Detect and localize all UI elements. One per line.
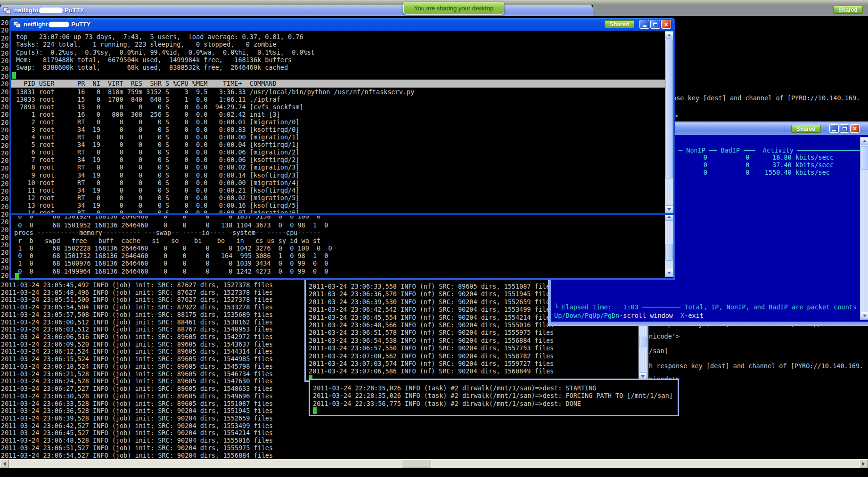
terminal-line: 2011-03-24 23:06:42,527 INFO (job) init:… [1,422,273,430]
terminal-line: 7 root 34 19 0 0 0 S 0 0.0 0:00.06 [ksof… [16,156,414,163]
scroll-down-button[interactable] [665,269,673,277]
terminal-line: 10 root RT 0 0 0 0 S 0 0.0 0:00.00 [migr… [16,179,414,186]
title-prefix: netflight [24,21,48,28]
terminal-line: 2011-03-24 23:07:00,562 INFO (nf) SRC: 9… [309,352,554,360]
minimize-icon [643,25,647,27]
top-summary-lines: top - 23:07:06 up 73 days, 7:43, 5 users… [16,33,315,71]
terminal-line: 2011-03-24 23:06:45,554 INFO (nf) SRC: 9… [309,314,554,321]
terminal-line: 11 root 34 19 0 0 0 S 0 0.0 0:00.21 [kso… [16,186,414,194]
terminal-line: 0 0 68 1499964 168136 2646460 0 0 0 0 12… [14,267,332,275]
terminal-line: 2011-03-24 23:06:00,512 INFO (job) init:… [1,319,273,326]
terminal-line: Tasks: 224 total, 1 running, 223 sleepin… [16,40,315,48]
scrollbar-thumb[interactable] [402,459,431,468]
terminal-line: 2011-03-24 23:06:42,542 INFO (nf) SRC: 9… [309,306,554,313]
scrollbar-thumb[interactable] [665,40,673,178]
terminal-line: 5 root 34 19 0 0 0 S 0 0.0 0:00.04 [ksof… [16,141,414,148]
log-fragment: h response key [dest] and channel of [PY… [649,362,863,370]
terminal-line: 0 0 68 1501952 168136 2646460 0 0 0 138 … [14,221,332,229]
terminal-line: 2011-03-24 23:06:36,570 INFO (nf) SRC: 9… [309,290,554,298]
terminal-line: 2011-03-24 23:05:54,504 INFO (job) init:… [1,304,273,311]
scrollbar-thumb[interactable] [639,337,647,347]
terminal-line: top - 23:07:06 up 73 days, 7:43, 5 users… [16,33,315,40]
terminal-line: 2011-03-24 23:06:09,520 INFO (job) init:… [1,341,273,348]
scroll-up-button[interactable] [665,31,673,39]
clipped-line-wrap: 0 0 68 1501924 168136 2646460 0 0 0 0 18… [14,216,438,220]
terminal-line: procs -----------memory---------- ---swa… [14,229,332,236]
terminal-line: 4 root RT 0 0 0 0 S 0 0.0 0:00.00 [migra… [16,133,414,141]
log-fragment: nicode'> [649,332,680,340]
terminal-line: 0 0 1550.40 kbits/sec [680,169,834,176]
terminal-line: 2011-03-24 23:06:54,527 INFO (job) init:… [1,452,273,460]
active-titlebar[interactable]: netflightPuTTY Shared × [9,18,675,31]
shared-badge-iptraf: Shared [791,125,821,133]
horizontal-scrollbar[interactable] [0,459,868,468]
terminal-line: 2011-03-24 23:06:15,524 INFO (job) init:… [1,356,273,363]
scrollbar-thumb[interactable] [860,146,868,170]
maximize-button[interactable] [840,124,849,133]
log-fragment: /san] [649,347,668,355]
iptraf-scrollbar[interactable] [860,137,868,320]
task-log-lines: 2011-03-24 22:28:35,026 INFO (task) #2 d… [313,384,673,407]
terminal-line: 2011-03-24 23:05:57,508 INFO (job) init:… [1,311,273,319]
scroll-left-button[interactable] [0,459,9,468]
terminal-line: 2011-03-24 23:06:48,566 INFO (nf) SRC: 9… [309,321,554,329]
terminal-line: 13 root 34 19 0 0 0 S 0 0.0 0:00.16 [kso… [16,202,414,209]
scroll-down-button[interactable] [860,312,868,320]
scroll-right-button[interactable] [859,459,868,468]
terminal-line: 2011-03-24 22:28:35,026 INFO (task) #2 d… [313,384,673,392]
terminal-line: 9 root 34 19 0 0 0 S 0 0.0 0:00.14 [ksof… [16,171,414,179]
close-button[interactable]: × [850,124,860,133]
terminal-line: 8 root RT 0 0 0 0 S 0 0.0 0:00.02 [migra… [16,163,414,171]
terminal-line: 2011-03-24 23:07:06,586 INFO (nf) SRC: 9… [309,367,554,375]
putty-icon [3,7,11,16]
sharing-notification: You are sharing your desktop [403,2,504,15]
title-prefix: netflight [14,7,38,14]
title-suffix: PuTTY [71,21,90,28]
terminal-line: Swap: 8388600k total, 68k used, 8388532k… [16,64,315,71]
minimize-button[interactable] [829,124,839,133]
terminal-line: 2011-03-24 23:06:33,558 INFO (nf) SRC: 8… [309,283,554,290]
maximize-icon [653,23,657,26]
task-log-window: 2011-03-24 22:28:35,026 INFO (task) #2 d… [309,379,679,416]
terminal-line: 0 0 68 1501732 168136 2646460 0 0 0 164 … [14,252,332,259]
terminal-line: 0 0 18.80 kbits/secc [680,154,834,161]
terminal-line: 6 root RT 0 0 0 0 S 0 0.0 0:00.06 [migra… [16,148,414,156]
scroll-down-button[interactable] [665,205,673,213]
terminal-line: 2011-03-24 23:06:57,550 INFO (nf) SRC: 9… [309,344,554,352]
vmstat-scrollbar[interactable] [665,213,673,277]
job-log-lines: 2011-03-24 23:05:45,492 INFO (job) init:… [1,282,273,467]
minimize-button[interactable] [639,20,649,29]
right-arrow-icon [862,462,865,466]
scrollbar-thumb[interactable] [665,244,673,261]
terminal-line: 3 root 34 19 0 0 0 S 0 0.0 0:08.83 [ksof… [16,126,414,133]
terminal-line: 2011-03-24 23:07:03,574 INFO (nf) SRC: 9… [309,360,554,367]
up-arrow-icon [863,140,867,142]
top-command-window: netflightPuTTY Shared × top - 23:07:06 u… [9,18,675,215]
terminal-line: 2011-03-24 23:06:51,527 INFO (job) init:… [1,445,273,452]
close-button[interactable]: × [661,20,671,29]
background-window-title: netflightPuTTY [14,7,84,14]
scroll-up-button[interactable] [860,137,868,145]
putty-icon [13,21,21,30]
terminal-line: 2011-03-24 23:06:18,524 INFO (job) init:… [1,363,273,371]
terminal-line: 2011-03-24 23:06:39,530 INFO (nf) SRC: 9… [309,298,554,306]
terminal-line: 2011-03-24 23:06:51,578 INFO (nf) SRC: 9… [309,329,554,336]
terminal-line: 2011-03-24 23:06:48,528 INFO (job) init:… [1,437,273,445]
top-window-scrollbar[interactable] [665,31,673,213]
down-arrow-icon [667,208,671,210]
terminal-line: 2011-03-24 23:06:45,527 INFO (job) init:… [1,429,273,437]
terminal-line: 0 0 37.40 kbits/secc [680,161,834,169]
title-suffix: PuTTY [65,7,84,14]
iptraf-key-hints: Up/Down/PgUp/PgDn-scroll window X-exit [554,312,704,319]
redaction-blob [49,22,69,27]
terminal-cursor [313,407,317,414]
terminal-line: 2011-03-24 23:06:27,527 INFO (job) init:… [1,385,273,393]
iptraf-column-header: ─ NonIP ── BadIP ─── Activity ──────────… [679,146,868,154]
iptraf-stat-rows: 0 0 18.80 kbits/secc 0 0 37.40 kbits/sec… [680,154,834,177]
terminal-line: 2011-03-24 23:06:36,528 INFO (job) init:… [1,407,273,415]
terminal-line: 2011-03-24 23:06:33,528 INFO (job) init:… [1,400,273,408]
terminal-cursor [12,72,16,79]
terminal-line: 1 0 68 1502228 168136 2646460 0 0 0 0 10… [14,244,332,252]
maximize-button[interactable] [650,20,660,29]
terminal-line: 2011-03-24 23:05:48,496 INFO (job) init:… [1,289,273,297]
